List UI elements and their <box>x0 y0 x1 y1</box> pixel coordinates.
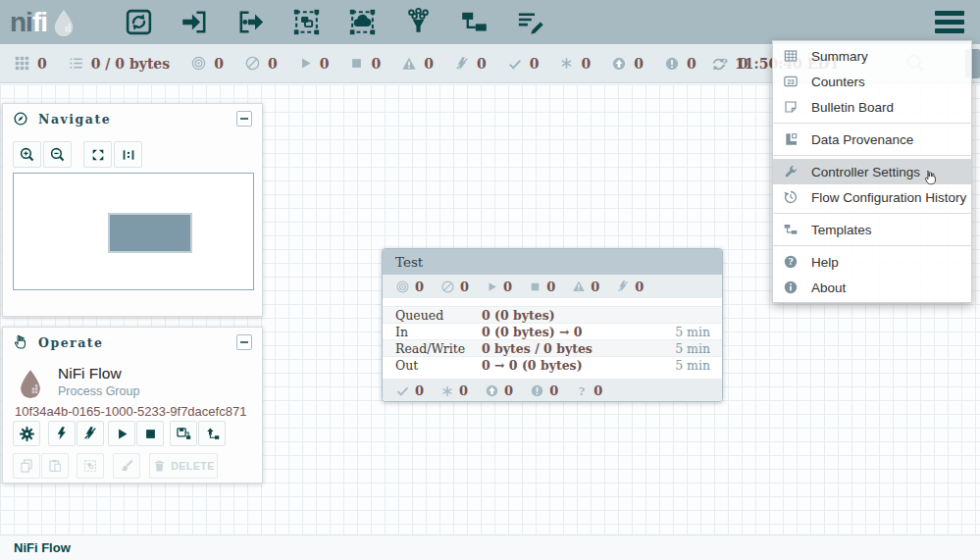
menu-item-flow-configuration-history[interactable]: Flow Configuration History <box>773 184 971 210</box>
locally-modified-status: 0 <box>559 56 591 72</box>
menu-item-templates[interactable]: Templates <box>773 217 971 242</box>
exclamation-circle-icon <box>530 383 544 398</box>
delete-button[interactable]: DELETE <box>149 453 218 479</box>
help-icon <box>783 254 799 270</box>
nifi-drop-icon <box>49 8 78 37</box>
play-icon <box>115 427 129 441</box>
menu-separator <box>773 123 971 124</box>
zoom-in-button[interactable] <box>13 141 41 168</box>
pg-stale-stat: 0 <box>485 383 513 398</box>
process-group-version-row: 0 0 0 0 0 <box>383 379 722 402</box>
funnel-icon[interactable] <box>403 7 434 37</box>
process-group-title-bar[interactable]: Test <box>383 249 722 275</box>
stopped-icon <box>349 56 364 71</box>
group-button[interactable] <box>77 453 104 479</box>
pg-running-stat: 0 <box>486 280 512 294</box>
actual-size-button[interactable] <box>114 141 142 168</box>
menu-item-counters[interactable]: Counters <box>773 69 971 94</box>
active-threads-status: 0 <box>14 55 47 72</box>
zoom-out-button[interactable] <box>43 141 72 168</box>
refresh-icon[interactable] <box>710 56 727 73</box>
compass-icon <box>13 111 28 127</box>
color-button[interactable] <box>113 453 140 479</box>
up-arrow-circle-icon <box>485 383 499 398</box>
question-icon <box>575 384 589 398</box>
menu-item-bulletin-board[interactable]: Bulletin Board <box>773 94 971 120</box>
menu-item-controller-settings[interactable]: Controller Settings <box>773 159 971 184</box>
hand-icon <box>13 334 28 350</box>
trash-icon <box>152 459 167 474</box>
menu-separator <box>773 213 971 214</box>
remote-process-group-icon[interactable] <box>347 7 378 37</box>
input-port-icon[interactable] <box>180 7 210 37</box>
operate-panel-header: Operate <box>3 328 262 357</box>
configure-button[interactable] <box>13 421 40 446</box>
birdseye-view[interactable] <box>13 173 254 290</box>
paste-button[interactable] <box>41 453 69 479</box>
provenance-icon <box>783 131 799 147</box>
exclamation-circle-icon <box>664 56 680 72</box>
transmitting-icon <box>190 55 207 72</box>
running-icon <box>298 56 313 71</box>
global-menu-button[interactable] <box>935 11 964 33</box>
menu-item-summary[interactable]: Summary <box>773 43 971 69</box>
threads-grid-icon <box>14 55 30 72</box>
navigate-buttons <box>13 141 262 168</box>
menu-item-about[interactable]: About <box>773 275 971 300</box>
wrench-icon <box>783 164 799 179</box>
running-status: 0 <box>298 56 330 72</box>
stopped-icon <box>529 280 542 293</box>
bolt-slash-icon <box>82 426 98 441</box>
check-icon <box>395 383 410 398</box>
label-icon[interactable] <box>515 7 545 37</box>
birdseye-flow-rect[interactable] <box>108 213 192 253</box>
enable-button[interactable] <box>48 421 76 446</box>
metric-row-queued: Queued0 (0 bytes) <box>383 306 722 323</box>
upload-template-button[interactable] <box>198 421 226 446</box>
navigate-collapse-button[interactable] <box>236 111 252 127</box>
invalid-status: 0 <box>401 56 434 72</box>
copy-button[interactable] <box>13 453 40 479</box>
asterisk-icon <box>559 56 574 71</box>
history-icon <box>783 189 799 205</box>
app-header: nifi <box>0 0 980 44</box>
nifi-app: nifi 0 0 / 0 bytes 0 0 0 0 0 0 0 0 0 0 0 <box>0 0 980 560</box>
template-icon[interactable] <box>459 7 490 37</box>
stop-icon <box>143 427 158 441</box>
fit-screen-icon <box>90 147 106 163</box>
disabled-bolt-icon <box>616 280 630 293</box>
not-transmitting-icon <box>440 280 455 294</box>
flow-drop-icon <box>15 365 46 402</box>
up-arrow-circle-icon <box>611 56 627 72</box>
process-group-icon[interactable] <box>291 7 322 37</box>
navigate-panel-title: Navigate <box>38 112 236 127</box>
zoom-fit-button[interactable] <box>83 141 112 168</box>
output-port-icon[interactable] <box>235 7 266 37</box>
metric-row-out: Out0 → 0 (0 bytes)5 min <box>383 356 722 373</box>
process-group-test[interactable]: Test 0 0 0 0 0 0 Queued0 (0 bytes) In0 (… <box>382 248 723 402</box>
transmitting-icon <box>395 280 410 294</box>
operate-collapse-button[interactable] <box>236 334 252 350</box>
pg-locally-modified-stat: 0 <box>440 383 468 398</box>
check-icon <box>507 56 523 72</box>
breadcrumb-root[interactable]: NiFi Flow <box>14 540 71 555</box>
stop-button[interactable] <box>136 421 164 446</box>
menu-item-help[interactable]: Help <box>773 249 971 275</box>
modified-stale-status: 0 <box>664 56 696 72</box>
disable-button[interactable] <box>77 421 104 446</box>
warning-icon <box>572 280 586 293</box>
processor-icon[interactable] <box>124 7 154 37</box>
info-icon <box>783 280 799 295</box>
upload-template-icon <box>204 426 221 442</box>
stale-status: 0 <box>611 56 644 72</box>
disabled-bolt-icon <box>454 56 470 72</box>
up-to-date-status: 0 <box>507 56 540 72</box>
group-selection-icon <box>82 458 98 474</box>
templates-icon <box>783 222 799 237</box>
save-template-button[interactable] <box>170 421 197 446</box>
operate-panel-title: Operate <box>38 335 236 350</box>
save-template-icon <box>176 426 192 442</box>
start-button[interactable] <box>108 421 135 446</box>
menu-item-data-provenance[interactable]: Data Provenance <box>773 127 971 152</box>
paint-brush-icon <box>119 458 134 474</box>
